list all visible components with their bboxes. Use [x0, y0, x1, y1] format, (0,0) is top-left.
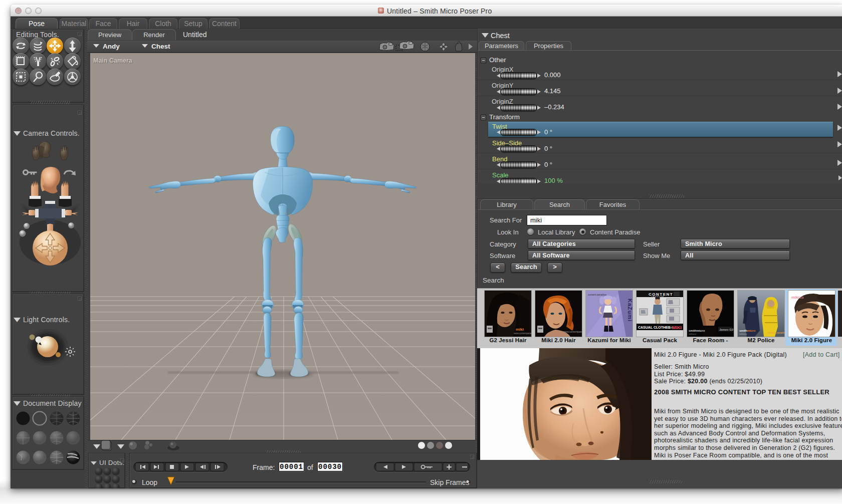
svg-text:CASUAL CLOTHES: CASUAL CLOTHES [638, 326, 671, 329]
svg-text:software: software [689, 333, 697, 335]
svg-text:smithmicro: smithmicro [739, 329, 756, 332]
svg-text:www.contentparadise.com: www.contentparadise.com [563, 330, 582, 333]
svg-text:content paradise: content paradise [768, 331, 784, 334]
svg-text:software: software [739, 333, 747, 335]
svg-text:www.contentparadise.com: www.contentparadise.com [514, 332, 531, 335]
svg-text:content paradise: content paradise [588, 293, 606, 296]
svg-text:James G2: James G2 [719, 328, 734, 331]
svg-text:MIKI: MIKI [672, 325, 682, 330]
svg-text:miki: miki [516, 327, 524, 332]
svg-text:miki 2.0: miki 2.0 [791, 295, 804, 300]
svg-text:KaZumi: KaZumi [627, 299, 633, 322]
svg-text:smithmicro: smithmicro [689, 329, 705, 332]
